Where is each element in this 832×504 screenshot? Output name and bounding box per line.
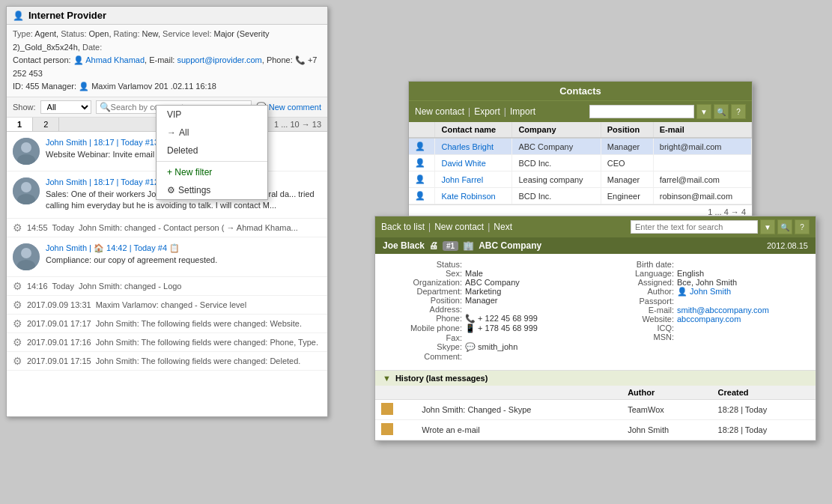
detail-row-email: E-mail: smith@abccompany.com	[599, 306, 804, 315]
author-label: Author:	[599, 287, 674, 296]
date-label: Date:	[82, 43, 102, 52]
import-link[interactable]: Import	[510, 106, 535, 117]
sex-value: Male	[465, 269, 483, 278]
table-row[interactable]: 👤 David White BCD Inc. CEO	[409, 155, 752, 171]
contact-name-link[interactable]: Charles Bright	[441, 142, 494, 151]
email-link[interactable]: smith@abccompany.com	[677, 306, 769, 315]
search-icon-btn[interactable]: 🔍	[777, 219, 792, 234]
system-event-day: Today	[52, 223, 74, 232]
next-link[interactable]: Next	[494, 222, 512, 232]
comment-meta: John Smith | 🏠 14:42 | Today #4 📋	[46, 243, 321, 253]
col-email[interactable]: E-mail	[653, 122, 751, 138]
comment-author[interactable]: John Smith	[46, 243, 87, 252]
ticket-type: Agent	[34, 29, 56, 38]
contact-person-label: Contact person:	[13, 55, 71, 64]
new-contact-link[interactable]: New contact	[415, 106, 464, 117]
gear-icon: ⚙	[13, 280, 22, 292]
website-value: abccompany.com	[677, 315, 741, 324]
system-event-detail: Maxim Varlamov: changed - Service level	[96, 300, 247, 309]
dropdown-item-deleted[interactable]: Deleted	[157, 142, 267, 160]
position-cell: CEO	[601, 155, 653, 171]
show-select[interactable]: All VIP Deleted	[40, 100, 91, 114]
col-company[interactable]: Company	[512, 122, 601, 138]
history-row[interactable]: John Smith: Changed - Skype TeamWox 18:2…	[375, 400, 816, 420]
email-label: E-mail:	[599, 306, 674, 315]
hist-icon-cell	[375, 400, 416, 420]
hist-author-cell: TeamWox	[622, 400, 711, 420]
detail-row-passport: Passport:	[599, 297, 804, 306]
contact-name-link[interactable]: Kate Robinson	[441, 192, 495, 201]
icq-label: ICQ:	[599, 324, 674, 333]
detail-row-language: Language: English	[599, 269, 804, 278]
comment-day: Today	[121, 177, 142, 186]
dropdown-item-all[interactable]: All	[157, 124, 267, 142]
avatar	[13, 243, 40, 270]
system-event-text: 14:55	[27, 223, 48, 232]
tab-1[interactable]: 1	[7, 118, 33, 131]
contact-name-link[interactable]: John Farrel	[441, 175, 483, 184]
settings-item[interactable]: ⚙ Settings	[157, 181, 267, 199]
contact-name-link[interactable]: David White	[441, 159, 485, 168]
dropdown-item-vip[interactable]: VIP	[157, 106, 267, 124]
system-event-detail: John Smith: The following fields were ch…	[96, 356, 301, 365]
person-icon: 👤	[415, 142, 425, 151]
svg-point-7	[21, 248, 31, 258]
hist-col-author[interactable]: Author	[622, 386, 711, 400]
system-event: ⚙ 14:16 Today John Smith: changed - Logo	[7, 277, 327, 296]
hist-col-created[interactable]: Created	[712, 386, 816, 400]
tab-2[interactable]: 2	[33, 118, 59, 131]
history-row[interactable]: Wrote an e-mail John Smith 18:28 | Today	[375, 420, 816, 440]
contact-name-cell[interactable]: Kate Robinson	[435, 188, 512, 204]
col-position[interactable]: Position	[601, 122, 653, 138]
row-icon: 👤	[409, 188, 435, 204]
detail-search-input[interactable]	[631, 220, 758, 234]
author-link[interactable]: John Smith	[690, 287, 731, 296]
status-label: Status:	[387, 260, 462, 269]
gear-icon: ⚙	[13, 336, 22, 348]
email-link[interactable]: support@iprovider.com	[177, 55, 261, 64]
website-label: Website:	[599, 315, 674, 324]
detail-date: 2012.08.15	[767, 241, 808, 250]
contacts-window: Contacts New contact | Export | Import ▼…	[408, 81, 753, 219]
help-icon-btn[interactable]: ?	[795, 219, 810, 234]
new-contact-link[interactable]: New contact	[434, 222, 484, 232]
filter-icon-btn[interactable]: ▼	[696, 104, 711, 119]
detail-row-dept: Department: Marketing	[387, 287, 592, 296]
id-label: ID:	[13, 82, 23, 91]
contact-name-cell[interactable]: Charles Bright	[435, 138, 512, 155]
comment-body: John Smith | 🏠 14:42 | Today #4 📋 Compli…	[46, 243, 321, 270]
export-link[interactable]: Export	[474, 106, 500, 117]
history-expand-icon[interactable]: ▼	[383, 374, 391, 383]
detail-row-fax: Fax:	[387, 333, 592, 342]
hist-col-text[interactable]	[416, 386, 622, 400]
table-row[interactable]: 👤 Charles Bright ABC Company Manager bri…	[409, 138, 752, 155]
detail-contact-name: Joe Black 🖨 #1 🏢 ABC Company	[383, 240, 541, 251]
help-icon-btn[interactable]: ?	[731, 104, 746, 119]
back-to-list-link[interactable]: Back to list	[381, 222, 425, 232]
gear-icon: ⚙	[13, 355, 22, 367]
contact-name-cell[interactable]: John Farrel	[435, 171, 512, 188]
contacts-search-input[interactable]	[589, 105, 694, 118]
col-icon[interactable]	[409, 122, 435, 138]
gear-icon: ⚙	[13, 318, 22, 330]
contact-name-cell[interactable]: David White	[435, 155, 512, 171]
phone-label: Phone:	[387, 314, 462, 323]
search-icon-btn[interactable]: 🔍	[714, 104, 729, 119]
mobile-label: Mobile phone:	[387, 324, 462, 333]
comment-time: 14:42	[106, 243, 127, 252]
website-link[interactable]: abccompany.com	[677, 315, 741, 324]
contact-person-link[interactable]: Ahmad Khamad	[85, 55, 145, 64]
table-row[interactable]: 👤 Kate Robinson BCD Inc. Engineer robins…	[409, 188, 752, 204]
avatar	[13, 177, 40, 204]
filter-icon-btn[interactable]: ▼	[760, 219, 775, 234]
ticket-title: Internet Provider	[28, 10, 106, 21]
new-filter-item[interactable]: + New filter	[157, 163, 267, 181]
ticket-header-icon: 👤	[13, 10, 24, 21]
comment-author[interactable]: John Smith	[46, 177, 87, 186]
show-label: Show:	[13, 103, 36, 112]
col-contact-name[interactable]: Contact name	[435, 122, 512, 138]
comment-text: Compliance: our copy of agreement reques…	[46, 255, 321, 266]
birthdate-label: Birth date:	[599, 260, 674, 269]
table-row[interactable]: 👤 John Farrel Leasing company Manager fa…	[409, 171, 752, 188]
comment-author[interactable]: John Smith	[46, 138, 87, 147]
